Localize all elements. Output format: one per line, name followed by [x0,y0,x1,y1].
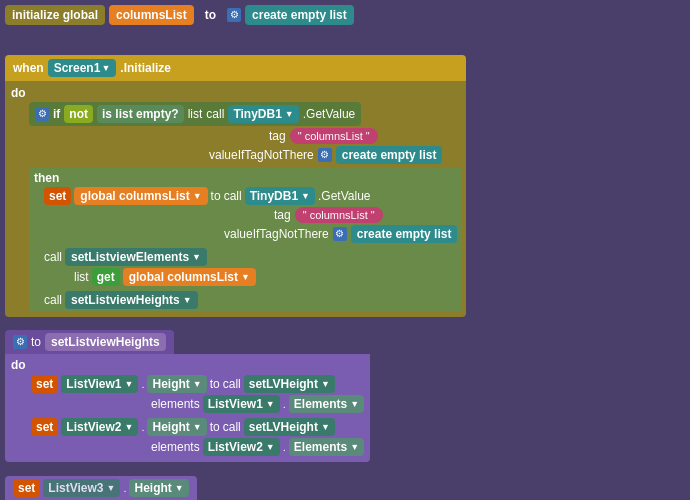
create-empty-list-then[interactable]: create empty list [351,225,458,243]
dot-lv1: . [141,378,144,390]
gear-icon-create-empty-then: ⚙ [333,227,347,241]
then-section: then set global columnsList ▼ to call Ti… [29,167,462,312]
listview2-block[interactable]: ListView2 ▼ [61,418,138,436]
value-if-tag-row-then: valueIfTagNotThere ⚙ create empty list [224,225,457,243]
elements-label-lv2: elements [151,440,200,454]
if-label: if [53,107,60,121]
var-name-label[interactable]: columnsList [109,5,194,25]
setlvheight-block-lv1[interactable]: setLVHeight ▼ [244,375,335,393]
when-body: do ⚙ if not is list empty? list call Tin… [5,81,466,317]
value-if-tag-row-if: valueIfTagNotThere ⚙ create empty list [209,146,462,164]
do-label-fn-row: do [11,358,364,372]
elements-row-lv1: elements ListView1 ▼ . Elements ▼ [151,395,364,413]
dot-lv2: . [141,421,144,433]
dot-lv2-elements: . [283,441,286,453]
list-label-if: list [188,107,203,121]
elements-label-lv1: elements [151,397,200,411]
listview2-elements-block[interactable]: ListView2 ▼ [203,438,280,456]
fn-name-label[interactable]: setListviewHeights [45,333,166,351]
listview2-height-section: set ListView2 ▼ . Height ▼ to call setLV… [31,418,364,456]
call-label-setlistview: call [44,250,62,264]
value-if-tag-label-if: valueIfTagNotThere [209,148,314,162]
global-columns-list-then[interactable]: global columnsList ▼ [74,187,207,205]
screen1-dropdown-arrow[interactable]: ▼ [101,63,110,73]
fn-def-body: do set ListView1 ▼ . Height ▼ to call se… [5,354,370,462]
is-list-empty-block[interactable]: is list empty? [97,105,184,123]
call-label-setheights: call [44,293,62,307]
listview1-elements-block[interactable]: ListView1 ▼ [203,395,280,413]
columns-list-string-then[interactable]: " columnsList " [295,207,383,223]
elements-dot-block-lv1[interactable]: Elements ▼ [289,395,364,413]
init-global-block: initialize global columnsList to ⚙ creat… [5,5,354,25]
fn-def-header: ⚙ to setListviewHeights [5,330,174,354]
get-label[interactable]: get [92,268,120,286]
set-lv2-row: set ListView2 ▼ . Height ▼ to call setLV… [31,418,364,436]
when-screen1-initialize-block: when Screen1 ▼ .Initialize do ⚙ if not i… [5,55,466,317]
tag-label-then: tag [274,208,291,222]
gear-icon-init: ⚙ [227,8,241,22]
to-label: to [198,5,223,25]
do-row: do [11,86,462,100]
screen1-label[interactable]: Screen1 ▼ [48,59,117,77]
list-get-global-row: list get global columnsList ▼ [74,268,256,286]
listview1-block[interactable]: ListView1 ▼ [61,375,138,393]
if-section: ⚙ if not is list empty? list call TinyDB… [29,102,462,312]
set-lv1-row: set ListView1 ▼ . Height ▼ to call setLV… [31,375,364,393]
setlistviewheights-def-block: ⚙ to setListviewHeights do set ListView1… [5,330,370,462]
bottom-partial-block: set ListView3 ▼ . Height ▼ [5,476,197,500]
getvalue-then: .GetValue [318,189,370,203]
to-label-fn: to [31,335,41,349]
do-label: do [11,86,26,100]
initialize-label: .Initialize [120,61,171,75]
when-label: when [13,61,44,75]
tag-label-if: tag [269,129,286,143]
call-label-if: call [206,107,224,121]
to-label-then: to [211,189,221,203]
tag-row-if: tag " columnsList " [269,128,462,144]
create-empty-list-label[interactable]: create empty list [245,5,354,25]
setlistview-elements-block[interactable]: setListviewElements ▼ [65,248,207,266]
if-block: ⚙ if not is list empty? list call TinyDB… [29,102,361,126]
dot-lv1-elements: . [283,398,286,410]
set-label-lv1[interactable]: set [31,375,58,393]
create-empty-list-if[interactable]: create empty list [336,146,443,164]
do-label-fn: do [11,358,26,372]
setlistview-heights-block[interactable]: setListviewHeights ▼ [65,291,198,309]
tag-row-then: tag " columnsList " [274,207,383,223]
call-label-then: call [224,189,242,203]
set-label-lv2[interactable]: set [31,418,58,436]
set-label-then[interactable]: set [44,187,71,205]
listview-block-bottom[interactable]: ListView3 ▼ [43,479,120,497]
gear-icon-if: ⚙ [35,107,49,121]
global-columns-list-get[interactable]: global columnsList ▼ [123,268,256,286]
to-label-lv1: to [210,377,220,391]
columns-list-string-if[interactable]: " columnsList " [290,128,378,144]
value-if-tag-label-then: valueIfTagNotThere [224,227,329,241]
initialize-global-label: initialize global [5,5,105,25]
elements-dot-block-lv2[interactable]: Elements ▼ [289,438,364,456]
not-block[interactable]: not [64,105,93,123]
call-setlistview-row: call setListviewElements ▼ [44,248,207,266]
to-label-lv2: to [210,420,220,434]
set-global-row: set global columnsList ▼ to call TinyDB1… [44,187,371,205]
list-label-setlistview: list [74,270,89,284]
tinydb1-then[interactable]: TinyDB1 ▼ [245,187,315,205]
call-setheights-row: call setListviewHeights ▼ [44,291,198,309]
elements-row-lv2: elements ListView2 ▼ . Elements ▼ [151,438,364,456]
call-label-lv2: call [223,420,241,434]
setlvheight-block-lv2[interactable]: setLVHeight ▼ [244,418,335,436]
height-label-lv1[interactable]: Height ▼ [147,375,206,393]
then-label: then [34,171,59,185]
height-label-bottom[interactable]: Height ▼ [129,479,188,497]
gear-icon-create-empty-if: ⚙ [318,148,332,162]
height-label-lv2[interactable]: Height ▼ [147,418,206,436]
getvalue-label-if: .GetValue [303,107,355,121]
gear-icon-fn: ⚙ [13,335,27,349]
then-body: set global columnsList ▼ to call TinyDB1… [44,185,457,309]
tinydb1-block-if[interactable]: TinyDB1 ▼ [228,105,298,123]
call-label-lv1: call [223,377,241,391]
set-label-bottom[interactable]: set [13,479,40,497]
listview1-height-section: set ListView1 ▼ . Height ▼ to call setLV… [31,375,364,413]
when-header: when Screen1 ▼ .Initialize [5,55,466,81]
